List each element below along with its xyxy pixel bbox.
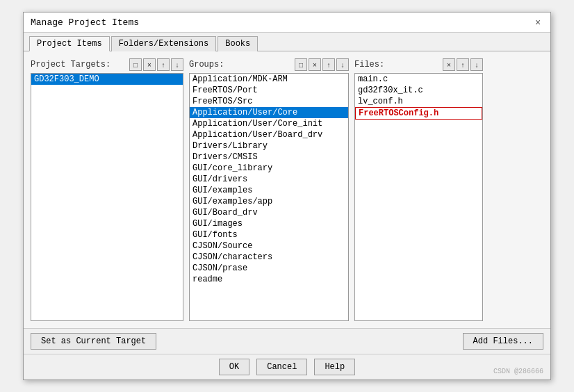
groups-delete-icon[interactable]: ×	[309, 58, 321, 71]
groups-down-icon[interactable]: ↓	[336, 58, 349, 71]
list-item[interactable]: FreeRTOSConfig.h	[355, 107, 482, 120]
tab-bar: Project Items Folders/Extensions Books	[24, 33, 550, 51]
groups-header: Groups: □ × ↑ ↓	[189, 58, 349, 71]
watermark: CSDN @286666	[493, 368, 543, 375]
help-button[interactable]: Help	[314, 359, 355, 375]
list-item[interactable]: GD32F303_DEMO	[31, 74, 183, 85]
list-item[interactable]: GUI/fonts	[190, 229, 348, 240]
list-item[interactable]: Drivers/Library	[190, 140, 348, 152]
cancel-button[interactable]: Cancel	[256, 359, 307, 375]
groups-list[interactable]: Application/MDK-ARMFreeRTOS/PortFreeRTOS…	[189, 73, 349, 321]
groups-up-icon[interactable]: ↑	[322, 58, 335, 71]
targets-new-icon[interactable]: □	[129, 58, 142, 71]
targets-list[interactable]: GD32F303_DEMO	[31, 73, 183, 321]
files-delete-icon[interactable]: ×	[443, 58, 455, 71]
dialog-title: Manage Project Items	[31, 17, 139, 28]
targets-down-icon[interactable]: ↓	[171, 58, 183, 71]
ok-cancel-bar: OK Cancel Help CSDN @286666	[24, 354, 550, 379]
tab-books[interactable]: Books	[218, 36, 258, 51]
list-item[interactable]: FreeRTOS/Src	[190, 96, 348, 107]
manage-project-dialog: Manage Project Items × Project Items Fol…	[23, 12, 551, 380]
list-item[interactable]: GUI/images	[190, 218, 348, 229]
list-item[interactable]: GUI/examples	[190, 185, 348, 196]
list-item[interactable]: GUI/drivers	[190, 174, 348, 185]
title-bar: Manage Project Items ×	[24, 13, 550, 33]
files-list[interactable]: main.cgd32f30x_it.clv_conf.hFreeRTOSConf…	[354, 73, 483, 321]
list-item[interactable]: lv_conf.h	[355, 96, 482, 107]
files-down-icon[interactable]: ↓	[470, 58, 483, 71]
list-item[interactable]: GUI/examples/app	[190, 196, 348, 207]
tab-folders-extensions[interactable]: Folders/Extensions	[111, 36, 217, 51]
targets-up-icon[interactable]: ↑	[157, 58, 170, 71]
files-label: Files:	[354, 60, 384, 70]
list-item[interactable]: Application/User/Core_init	[190, 118, 348, 129]
list-item[interactable]: FreeRTOS/Port	[190, 85, 348, 96]
list-item[interactable]: CJSON/Source	[190, 240, 348, 252]
list-item[interactable]: GUI/Board_drv	[190, 207, 348, 218]
set-current-target-button[interactable]: Set as Current Target	[31, 333, 156, 350]
list-item[interactable]: CJSON/characters	[190, 252, 348, 263]
bottom-left: Set as Current Target	[31, 333, 287, 350]
files-header: Files: × ↑ ↓	[354, 58, 483, 71]
list-item[interactable]: main.c	[355, 74, 482, 85]
list-item[interactable]: Drivers/CMSIS	[190, 152, 348, 163]
targets-header: Project Targets: □ × ↑ ↓	[31, 58, 183, 71]
targets-icons: □ × ↑ ↓	[129, 58, 183, 71]
list-item[interactable]: CJSON/prase	[190, 263, 348, 274]
list-item[interactable]: readme	[190, 274, 348, 285]
list-item[interactable]: gd32f30x_it.c	[355, 85, 482, 96]
list-item[interactable]: Application/MDK-ARM	[190, 74, 348, 85]
groups-icons: □ × ↑ ↓	[295, 58, 349, 71]
tab-project-items[interactable]: Project Items	[29, 36, 110, 51]
ok-button[interactable]: OK	[219, 359, 249, 375]
bottom-action-bar: Set as Current Target Add Files...	[24, 328, 550, 354]
list-item[interactable]: Application/User/Board_drv	[190, 129, 348, 140]
targets-panel: Project Targets: □ × ↑ ↓ GD32F303_DEMO	[31, 58, 183, 321]
files-panel: Files: × ↑ ↓ main.cgd32f30x_it.clv_conf.…	[354, 58, 483, 321]
files-icons: × ↑ ↓	[443, 58, 483, 71]
groups-label: Groups:	[189, 60, 224, 70]
files-up-icon[interactable]: ↑	[457, 58, 469, 71]
content-area: Project Targets: □ × ↑ ↓ GD32F303_DEMO G…	[24, 51, 550, 328]
list-item[interactable]: Application/User/Core	[190, 107, 348, 118]
groups-new-icon[interactable]: □	[295, 58, 307, 71]
groups-panel: Groups: □ × ↑ ↓ Application/MDK-ARMFreeR…	[189, 58, 349, 321]
close-button[interactable]: ×	[532, 17, 543, 28]
list-item[interactable]: GUI/core_library	[190, 163, 348, 174]
targets-delete-icon[interactable]: ×	[143, 58, 156, 71]
targets-label: Project Targets:	[31, 60, 110, 70]
bottom-right: Add Files...	[287, 333, 543, 350]
add-files-button[interactable]: Add Files...	[463, 333, 543, 350]
